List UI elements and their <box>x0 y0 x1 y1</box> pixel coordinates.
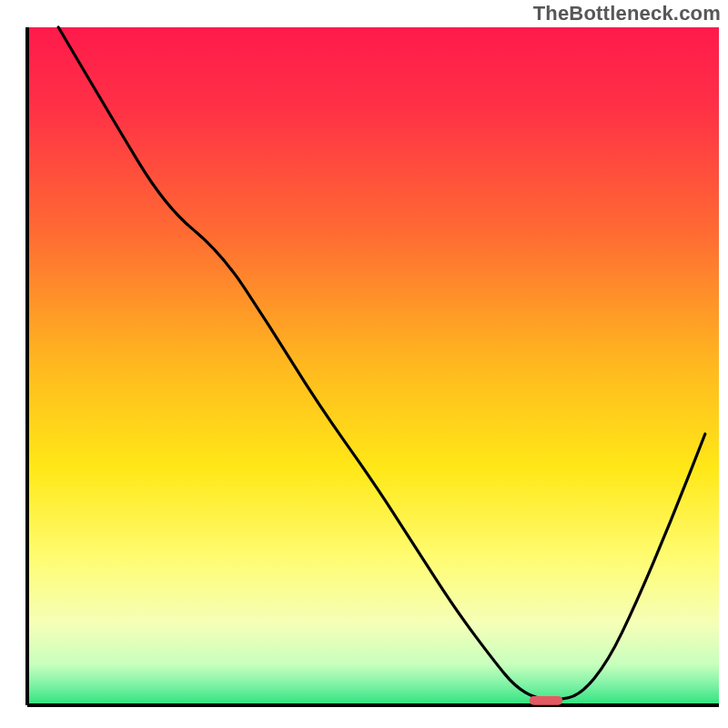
gradient-background <box>27 27 719 705</box>
optimal-marker <box>530 696 562 705</box>
bottleneck-chart: TheBottleneck.com <box>0 0 728 728</box>
chart-svg-canvas <box>0 0 728 728</box>
watermark-text: TheBottleneck.com <box>533 2 721 25</box>
